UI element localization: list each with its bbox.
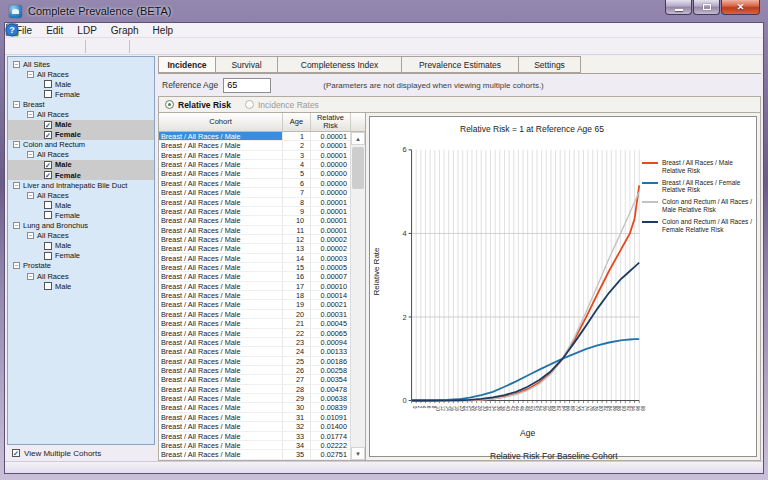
- table-row[interactable]: Breast / All Races / Male20.00001: [159, 141, 365, 150]
- table-row[interactable]: Breast / All Races / Male260.00258: [159, 366, 365, 375]
- expander-icon[interactable]: −: [13, 262, 20, 269]
- cohort-checkbox[interactable]: ✓: [44, 121, 52, 129]
- expander-icon[interactable]: −: [27, 71, 34, 78]
- tree-row[interactable]: Male: [8, 79, 154, 89]
- table-row[interactable]: Breast / All Races / Male140.00003: [159, 254, 365, 263]
- tree-row[interactable]: −Lung and Bronchus: [8, 221, 154, 231]
- cohort-checkbox[interactable]: ✓: [44, 171, 52, 179]
- menu-ldp[interactable]: LDP: [70, 24, 103, 37]
- table-row[interactable]: Breast / All Races / Male30.00001: [159, 151, 365, 160]
- scroll-up-icon[interactable]: ▲: [351, 132, 365, 145]
- table-row[interactable]: Breast / All Races / Male100.00001: [159, 216, 365, 225]
- table-row[interactable]: Breast / All Races / Male320.01400: [159, 422, 365, 431]
- tree-row[interactable]: Male: [8, 200, 154, 210]
- maximize-button[interactable]: [693, 0, 720, 15]
- table-row[interactable]: Breast / All Races / Male330.01774: [159, 432, 365, 441]
- cohort-checkbox[interactable]: ✓: [44, 161, 52, 169]
- open-folder-icon[interactable]: [27, 39, 43, 54]
- table-row[interactable]: Breast / All Races / Male110.00001: [159, 226, 365, 235]
- table-row[interactable]: Breast / All Races / Male130.00002: [159, 244, 365, 253]
- new-file-icon[interactable]: [8, 39, 24, 54]
- table-row[interactable]: Breast / All Races / Male310.01091: [159, 413, 365, 422]
- tree-row[interactable]: −All Races: [8, 109, 154, 119]
- export-file-icon[interactable]: [65, 39, 81, 54]
- table-row[interactable]: Breast / All Races / Male170.00010: [159, 282, 365, 291]
- column-header-cohort[interactable]: Cohort: [159, 113, 283, 131]
- tree-row[interactable]: Female: [8, 251, 154, 261]
- table-row[interactable]: Breast / All Races / Male10.00001: [159, 132, 365, 141]
- table-scrollbar[interactable]: ▲ ▼: [350, 132, 365, 460]
- table-row[interactable]: Breast / All Races / Male180.00014: [159, 291, 365, 300]
- column-header-age[interactable]: Age: [283, 113, 311, 131]
- relative-risk-radio[interactable]: Relative Risk: [165, 100, 231, 110]
- table-row[interactable]: Breast / All Races / Male60.00000: [159, 179, 365, 188]
- save-icon[interactable]: [46, 39, 62, 54]
- table-row[interactable]: Breast / All Races / Male300.00839: [159, 403, 365, 412]
- scroll-thumb[interactable]: [352, 147, 364, 189]
- tree-row[interactable]: −All Races: [8, 231, 154, 241]
- menu-help[interactable]: Help: [146, 24, 181, 37]
- table-row[interactable]: Breast / All Races / Male280.00478: [159, 385, 365, 394]
- tree-row[interactable]: Male: [8, 241, 154, 251]
- cohort-checkbox[interactable]: ✓: [44, 131, 52, 139]
- table-row[interactable]: Breast / All Races / Male230.00094: [159, 338, 365, 347]
- cohort-checkbox[interactable]: [44, 282, 52, 290]
- table-row[interactable]: Breast / All Races / Male150.00005: [159, 263, 365, 272]
- incidence-rates-radio[interactable]: Incidence Rates: [245, 100, 319, 110]
- table-row[interactable]: Breast / All Races / Male120.00002: [159, 235, 365, 244]
- tab-incidence[interactable]: Incidence: [158, 56, 216, 73]
- table-row[interactable]: Breast / All Races / Male270.00354: [159, 375, 365, 384]
- cohort-checkbox[interactable]: [44, 211, 52, 219]
- expander-icon[interactable]: −: [13, 61, 20, 68]
- table-row[interactable]: Breast / All Races / Male80.00001: [159, 198, 365, 207]
- tab-completeness-index[interactable]: Completeness Index: [278, 56, 402, 73]
- tree-row[interactable]: −All Races: [8, 69, 154, 79]
- expander-icon[interactable]: −: [13, 222, 20, 229]
- expander-icon[interactable]: −: [27, 111, 34, 118]
- table-row[interactable]: Breast / All Races / Male210.00045: [159, 319, 365, 328]
- tree-row[interactable]: −Breast: [8, 99, 154, 109]
- tree-row[interactable]: ✓Male: [8, 160, 154, 170]
- expander-icon[interactable]: −: [13, 182, 20, 189]
- minimize-button[interactable]: [665, 0, 692, 15]
- table-row[interactable]: Breast / All Races / Male250.00186: [159, 357, 365, 366]
- cohort-checkbox[interactable]: [44, 80, 52, 88]
- tree-row[interactable]: −Colon and Rectum: [8, 140, 154, 150]
- table-row[interactable]: Breast / All Races / Male70.00000: [159, 188, 365, 197]
- table-row[interactable]: Breast / All Races / Male290.00638: [159, 394, 365, 403]
- tab-settings[interactable]: Settings: [519, 56, 581, 73]
- tree-row[interactable]: Female: [8, 210, 154, 220]
- cohort-checkbox[interactable]: [44, 242, 52, 250]
- table-row[interactable]: Breast / All Races / Male160.00007: [159, 272, 365, 281]
- table-row[interactable]: Breast / All Races / Male340.02222: [159, 441, 365, 450]
- reference-age-input[interactable]: [223, 78, 271, 93]
- table-row[interactable]: Breast / All Races / Male200.00031: [159, 310, 365, 319]
- print-icon[interactable]: [109, 39, 125, 54]
- tree-row[interactable]: ✓Male: [8, 120, 154, 130]
- cohort-checkbox[interactable]: [44, 252, 52, 260]
- cohort-checkbox[interactable]: [44, 201, 52, 209]
- export-image-icon[interactable]: [90, 39, 106, 54]
- scroll-down-icon[interactable]: ▼: [351, 447, 365, 460]
- column-header-relative-risk[interactable]: Relative Risk: [311, 113, 351, 131]
- tree-row[interactable]: −All Races: [8, 150, 154, 160]
- tree-row[interactable]: ✓Female: [8, 130, 154, 140]
- tree-row[interactable]: Male: [8, 281, 154, 291]
- help-icon[interactable]: ?: [134, 39, 150, 54]
- tab-survival[interactable]: Survival: [216, 56, 278, 73]
- table-row[interactable]: Breast / All Races / Male90.00001: [159, 207, 365, 216]
- expander-icon[interactable]: −: [27, 232, 34, 239]
- menu-graph[interactable]: Graph: [104, 24, 146, 37]
- close-button[interactable]: ✕: [721, 0, 760, 15]
- expander-icon[interactable]: −: [27, 151, 34, 158]
- table-row[interactable]: Breast / All Races / Male240.00133: [159, 347, 365, 356]
- expander-icon[interactable]: −: [13, 141, 20, 148]
- view-multiple-cohorts-checkbox[interactable]: ✓: [12, 449, 20, 457]
- tree-row[interactable]: ✓Female: [8, 170, 154, 180]
- tree-row[interactable]: −Liver and Intrahepatic Bile Duct: [8, 180, 154, 190]
- tree-row[interactable]: −All Races: [8, 271, 154, 281]
- table-row[interactable]: Breast / All Races / Male190.00021: [159, 300, 365, 309]
- tree-row[interactable]: −All Sites: [8, 59, 154, 69]
- table-row[interactable]: Breast / All Races / Male50.00000: [159, 169, 365, 178]
- tree-row[interactable]: −Prostate: [8, 261, 154, 271]
